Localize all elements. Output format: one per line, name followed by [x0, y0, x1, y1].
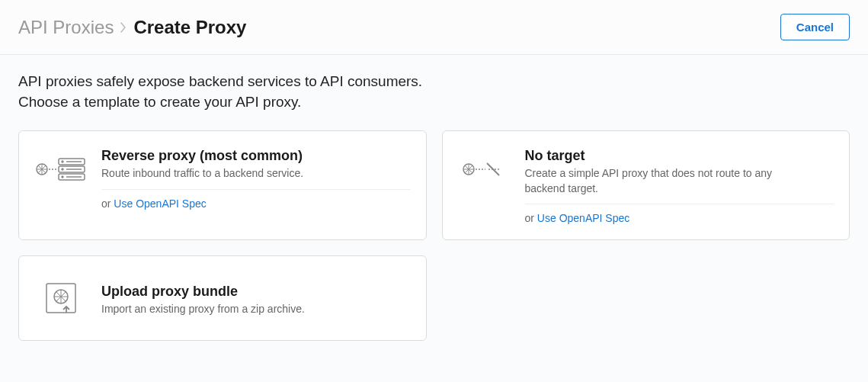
card-alternative: or Use OpenAPI Spec [101, 197, 411, 210]
svg-point-6 [62, 176, 63, 178]
page-content: API proxies safely expose backend servic… [0, 55, 868, 358]
upload-bundle-icon [34, 273, 88, 317]
intro-text: API proxies safely expose backend servic… [18, 72, 850, 112]
page-header: API Proxies Create Proxy Cancel [0, 0, 868, 55]
card-title: No target [525, 148, 834, 164]
breadcrumb-link-api-proxies[interactable]: API Proxies [18, 17, 114, 38]
openapi-spec-link[interactable]: Use OpenAPI Spec [114, 197, 206, 210]
breadcrumb: API Proxies Create Proxy [18, 17, 246, 38]
template-cards: Reverse proxy (most common) Route inboun… [18, 130, 850, 341]
breadcrumb-current: Create Proxy [133, 17, 246, 38]
no-target-icon [458, 148, 511, 186]
card-title: Upload proxy bundle [101, 284, 411, 300]
card-description: Route inbound traffic to a backend servi… [101, 166, 411, 190]
reverse-proxy-icon [34, 148, 88, 186]
card-reverse-proxy[interactable]: Reverse proxy (most common) Route inboun… [18, 130, 427, 240]
card-upload-bundle[interactable]: Upload proxy bundle Import an existing p… [18, 255, 427, 341]
card-description: Import an existing proxy from a zip arch… [101, 302, 411, 325]
cancel-button[interactable]: Cancel [780, 14, 850, 40]
openapi-spec-link[interactable]: Use OpenAPI Spec [537, 212, 629, 224]
svg-point-4 [62, 161, 63, 162]
card-alternative: or Use OpenAPI Spec [525, 212, 834, 224]
intro-line2: Choose a template to create your API pro… [18, 92, 850, 113]
chevron-right-icon [120, 21, 127, 34]
svg-point-5 [62, 169, 63, 170]
card-title: Reverse proxy (most common) [101, 148, 411, 164]
card-no-target[interactable]: No target Create a simple API proxy that… [442, 130, 850, 240]
intro-line1: API proxies safely expose backend servic… [18, 72, 850, 92]
card-description: Create a simple API proxy that does not … [525, 166, 834, 204]
